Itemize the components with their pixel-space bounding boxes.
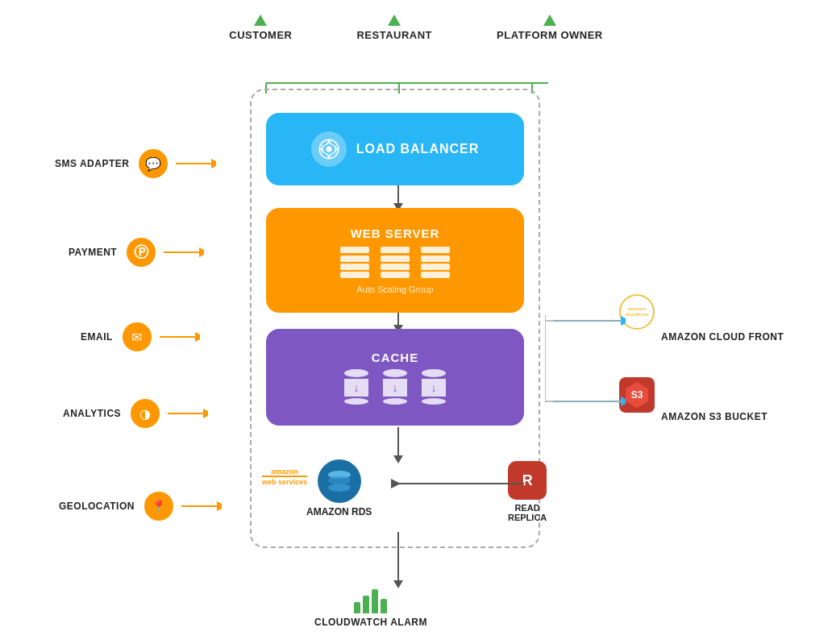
- geolocation-item: GEOLOCATION 📍: [59, 492, 222, 521]
- cw-bar-3: [372, 589, 378, 613]
- load-balancer-block: LOAD BALANCER: [266, 113, 524, 185]
- right-connector: [545, 314, 626, 411]
- aws-text: amazon: [271, 467, 298, 476]
- server-row: [381, 272, 410, 278]
- server-row: [340, 256, 369, 262]
- db-body: ↓: [344, 379, 368, 397]
- rds-to-cw-arrow: [393, 532, 403, 588]
- read-replica-block: R READREPLICA: [508, 461, 547, 522]
- rds-to-cw-line: [397, 532, 399, 580]
- db-arrow: ↓: [393, 381, 398, 394]
- server-row: [421, 256, 450, 262]
- db-top: [344, 369, 368, 377]
- cloudfront-label-container: AMAZON CLOUD FRONT: [661, 329, 784, 343]
- sms-adapter-item: SMS ADAPTER 💬: [55, 149, 216, 178]
- email-label: EMAIL: [81, 331, 113, 343]
- server-row: [340, 264, 369, 270]
- db-bottom: [383, 398, 407, 405]
- cw-bar-1: [354, 602, 360, 613]
- svg-point-8: [328, 484, 351, 492]
- geolocation-arrow: [181, 498, 222, 514]
- user-customer: CUSTOMER: [229, 15, 292, 41]
- aws-brand: web services: [262, 476, 307, 486]
- platform-owner-arrow: [543, 15, 556, 26]
- svg-text:S3: S3: [631, 389, 643, 401]
- aws-logo: amazon web services: [262, 467, 307, 486]
- payment-label: PAYMENT: [69, 247, 117, 258]
- server-icon-2: [381, 247, 410, 278]
- amazon-rds-block: amazon web services AMAZON RDS: [306, 459, 372, 517]
- email-icon: ✉: [123, 322, 152, 351]
- s3-label: AMAZON S3 BUCKET: [661, 411, 768, 422]
- server-icon-3: [421, 247, 450, 278]
- read-replica-label: READREPLICA: [508, 503, 547, 522]
- analytics-arrow: [168, 405, 208, 422]
- server-row: [421, 272, 450, 278]
- payment-icon: Ⓟ: [127, 238, 156, 267]
- cache-label: CACHE: [372, 351, 418, 364]
- analytics-label: ANALYTICS: [63, 408, 121, 419]
- web-server-block: WEB SERVER Auto Scaling Group: [266, 208, 524, 313]
- cloudwatch-block: CLOUDWATCH ALARM: [314, 584, 427, 628]
- user-labels: CUSTOMER RESTAURANT PLATFORM OWNER: [0, 15, 832, 41]
- cache-db-2: ↓: [383, 369, 407, 405]
- db-bottom: [344, 398, 368, 405]
- cache-to-rds-tip: [393, 455, 403, 463]
- email-arrow: [160, 329, 200, 345]
- cw-bar-4: [381, 599, 387, 613]
- user-restaurant: RESTAURANT: [356, 15, 432, 41]
- cache-icons: ↓ ↓ ↓: [344, 369, 446, 405]
- payment-item: PAYMENT Ⓟ: [69, 238, 204, 267]
- platform-owner-label: PLATFORM OWNER: [497, 29, 603, 41]
- cloudfront-label: AMAZON CLOUD FRONT: [661, 331, 784, 343]
- customer-label: CUSTOMER: [229, 29, 292, 41]
- server-row: [340, 272, 369, 278]
- lb-to-ws-line: [397, 185, 399, 203]
- s3-svg: S3: [626, 382, 648, 408]
- server-row: [421, 247, 450, 253]
- db-arrow: ↓: [354, 381, 360, 394]
- server-icon-1: [340, 247, 369, 278]
- restaurant-arrow: [388, 15, 401, 26]
- server-row: [381, 247, 410, 253]
- cloudwatch-label: CLOUDWATCH ALARM: [314, 617, 427, 628]
- analytics-icon: ◑: [131, 399, 160, 428]
- db-bottom: [422, 398, 446, 405]
- web-server-subtitle: Auto Scaling Group: [356, 285, 433, 294]
- db-top: [422, 369, 446, 377]
- svg-point-10: [328, 476, 351, 484]
- cloudfront-logo-text: amazoncloudfront: [625, 306, 649, 317]
- sms-adapter-icon: 💬: [139, 149, 168, 178]
- cache-block: CACHE ↓ ↓ ↓: [266, 329, 524, 426]
- cache-to-rds-line: [397, 427, 399, 455]
- analytics-item: ANALYTICS ◑: [63, 399, 208, 428]
- db-arrow: ↓: [431, 381, 437, 394]
- server-row: [381, 264, 410, 270]
- server-row: [421, 264, 450, 270]
- db-body: ↓: [383, 379, 407, 397]
- payment-arrow: [164, 244, 204, 260]
- rds-to-cw-tip: [393, 580, 403, 588]
- db-body: ↓: [422, 379, 446, 397]
- server-row: [381, 256, 410, 262]
- geolocation-label: GEOLOCATION: [59, 501, 135, 512]
- sms-arrow: [176, 156, 216, 172]
- cache-db-3: ↓: [422, 369, 446, 405]
- sms-adapter-label: SMS ADAPTER: [55, 158, 129, 169]
- cache-to-rds-arrow: [393, 427, 403, 463]
- load-balancer-icon: [311, 131, 347, 167]
- rds-svg: [325, 467, 354, 496]
- user-platform-owner: PLATFORM OWNER: [497, 15, 603, 41]
- rds-label: AMAZON RDS: [306, 506, 372, 517]
- svg-point-5: [326, 147, 331, 152]
- email-item: EMAIL ✉: [81, 322, 200, 351]
- geolocation-icon: 📍: [144, 492, 173, 521]
- rds-icon: [318, 459, 361, 503]
- server-row: [340, 247, 369, 253]
- cache-db-1: ↓: [344, 369, 368, 405]
- load-balancer-svg: [318, 138, 340, 160]
- cw-bar-2: [363, 596, 369, 613]
- load-balancer-label: LOAD BALANCER: [356, 142, 480, 156]
- customer-arrow: [254, 15, 267, 26]
- web-server-icons: [340, 247, 450, 278]
